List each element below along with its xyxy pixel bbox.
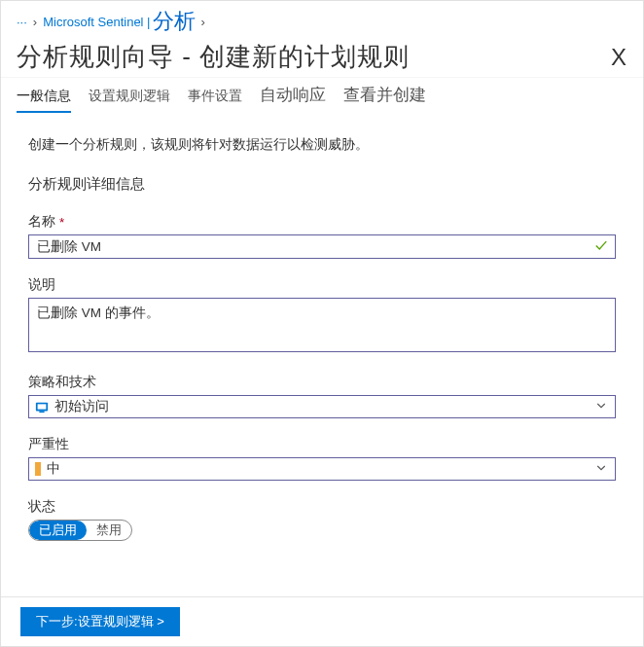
tactics-value: 初始访问 — [54, 398, 109, 415]
severity-select[interactable]: 中 — [28, 457, 616, 481]
page-title-bar: 分析规则向导 - 创建新的计划规则 X — [1, 36, 643, 82]
breadcrumb-ellipsis[interactable]: ··· — [17, 15, 27, 29]
tab-review-create[interactable]: 查看并创建 — [343, 84, 426, 112]
chevron-down-icon — [595, 462, 607, 477]
tactics-label: 策略和技术 — [28, 374, 616, 391]
breadcrumb-parent[interactable]: Microsoft Sentinel | — [43, 15, 150, 29]
check-icon — [594, 238, 608, 255]
status-disabled-option[interactable]: 禁用 — [87, 521, 131, 540]
description-input[interactable]: 已删除 VM 的事件。 — [28, 298, 616, 352]
svg-rect-2 — [38, 404, 47, 409]
content-scroll[interactable]: 一般信息 设置规则逻辑 事件设置 自动响应 查看并创建 创建一个分析规则，该规则… — [1, 77, 643, 600]
field-status: 状态 已启用 禁用 — [28, 498, 616, 541]
next-button[interactable]: 下一步:设置规则逻辑 > — [20, 607, 180, 636]
name-label-text: 名称 — [28, 213, 55, 231]
close-button[interactable]: X — [611, 44, 627, 71]
status-toggle[interactable]: 已启用 禁用 — [28, 520, 132, 541]
field-name: 名称 * — [28, 213, 616, 259]
status-enabled-option[interactable]: 已启用 — [29, 521, 87, 540]
name-label: 名称 * — [28, 213, 616, 231]
field-tactics: 策略和技术 初始访问 — [28, 374, 616, 418]
name-input-wrap — [28, 234, 616, 259]
field-severity: 严重性 中 — [28, 436, 616, 481]
breadcrumb-current[interactable]: 分析 — [153, 7, 196, 36]
page-title: 分析规则向导 - 创建新的计划规则 — [17, 40, 410, 74]
breadcrumb-separator-2: › — [201, 15, 205, 29]
content-area: 创建一个分析规则，该规则将针对数据运行以检测威胁。 分析规则详细信息 名称 * … — [1, 113, 643, 578]
name-input[interactable] — [28, 234, 616, 259]
field-description: 说明 已删除 VM 的事件。 — [28, 276, 616, 356]
severity-value: 中 — [47, 460, 60, 478]
severity-label: 严重性 — [28, 436, 616, 453]
breadcrumb: ··· › Microsoft Sentinel | 分析 › — [1, 1, 643, 36]
section-heading-detail: 分析规则详细信息 — [28, 175, 616, 194]
status-label: 状态 — [28, 498, 616, 516]
svg-rect-1 — [39, 411, 44, 413]
tab-incident-settings[interactable]: 事件设置 — [188, 88, 242, 111]
tab-general[interactable]: 一般信息 — [17, 88, 71, 113]
intro-text: 创建一个分析规则，该规则将针对数据运行以检测威胁。 — [28, 136, 616, 154]
tab-bar: 一般信息 设置规则逻辑 事件设置 自动响应 查看并创建 — [1, 78, 643, 113]
tab-rule-logic[interactable]: 设置规则逻辑 — [89, 88, 170, 111]
tab-automated-response[interactable]: 自动响应 — [260, 84, 326, 112]
footer: 下一步:设置规则逻辑 > — [1, 596, 643, 646]
chevron-down-icon — [595, 400, 607, 414]
service-icon — [35, 400, 49, 413]
severity-color-icon — [35, 462, 41, 476]
tactics-select[interactable]: 初始访问 — [28, 395, 616, 418]
breadcrumb-separator: › — [33, 15, 37, 29]
required-indicator: * — [59, 215, 64, 230]
description-label: 说明 — [28, 276, 616, 294]
